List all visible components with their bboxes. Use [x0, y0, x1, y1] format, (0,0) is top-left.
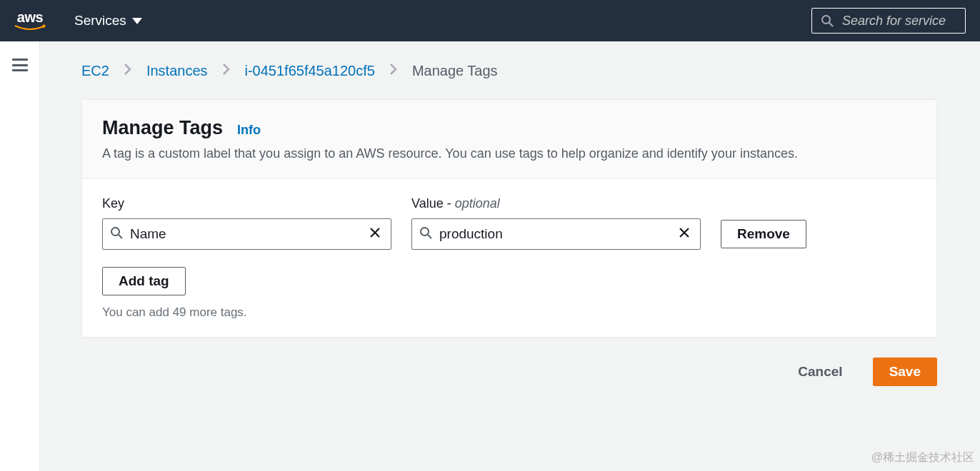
search-icon — [110, 226, 123, 242]
chevron-right-icon — [389, 63, 398, 79]
chevron-right-icon — [222, 63, 231, 79]
breadcrumb-current: Manage Tags — [412, 63, 498, 79]
main-content: EC2 Instances i-0451f65f45a120cf5 Manage… — [40, 41, 980, 471]
search-input[interactable] — [842, 14, 956, 29]
tag-value-input[interactable] — [439, 226, 669, 242]
chevron-right-icon — [124, 63, 132, 79]
tag-key-input[interactable] — [130, 226, 359, 242]
breadcrumb: EC2 Instances i-0451f65f45a120cf5 Manage… — [81, 63, 937, 79]
breadcrumb-ec2[interactable]: EC2 — [81, 63, 109, 79]
cancel-button[interactable]: Cancel — [782, 358, 858, 385]
breadcrumb-instance-id[interactable]: i-0451f65f45a120cf5 — [245, 63, 375, 79]
aws-smile-icon — [14, 24, 46, 31]
tag-value-field: Value - optional — [411, 196, 701, 250]
svg-point-0 — [822, 16, 830, 24]
left-rail — [0, 41, 40, 471]
clear-key-icon[interactable] — [366, 224, 384, 244]
svg-point-6 — [421, 228, 429, 236]
info-link[interactable]: Info — [237, 123, 261, 138]
tag-key-label: Key — [102, 196, 391, 211]
top-nav: aws Services — [0, 0, 980, 41]
caret-down-icon — [132, 18, 142, 24]
tag-value-input-box[interactable] — [411, 218, 701, 250]
tag-value-label: Value - optional — [411, 196, 701, 211]
services-menu-button[interactable]: Services — [74, 13, 142, 29]
panel-description: A tag is a custom label that you assign … — [102, 146, 916, 161]
hamburger-icon[interactable] — [12, 59, 28, 71]
services-label: Services — [74, 13, 126, 29]
add-tag-button[interactable]: Add tag — [102, 267, 186, 295]
panel-header: Manage Tags Info A tag is a custom label… — [82, 100, 936, 179]
footer-actions: Cancel Save — [81, 358, 937, 386]
svg-line-7 — [428, 235, 431, 238]
manage-tags-panel: Manage Tags Info A tag is a custom label… — [81, 99, 937, 338]
panel-body: Key V — [82, 179, 936, 337]
global-search[interactable] — [811, 8, 966, 34]
tag-key-input-box[interactable] — [102, 218, 391, 250]
watermark: @稀土掘金技术社区 — [871, 450, 974, 465]
tags-hint: You can add 49 more tags. — [102, 305, 916, 320]
page-title: Manage Tags — [102, 117, 223, 139]
tag-key-field: Key — [102, 196, 391, 250]
svg-point-2 — [111, 228, 119, 236]
aws-logo[interactable]: aws — [14, 10, 46, 31]
search-icon — [419, 226, 432, 242]
tag-row: Key V — [102, 196, 916, 250]
clear-value-icon[interactable] — [676, 224, 693, 244]
breadcrumb-instances[interactable]: Instances — [146, 63, 208, 79]
save-button[interactable]: Save — [873, 358, 937, 386]
svg-line-1 — [829, 23, 833, 26]
search-icon — [821, 14, 834, 27]
svg-line-3 — [119, 235, 122, 238]
aws-logo-text: aws — [17, 10, 43, 24]
remove-tag-button[interactable]: Remove — [721, 220, 806, 248]
